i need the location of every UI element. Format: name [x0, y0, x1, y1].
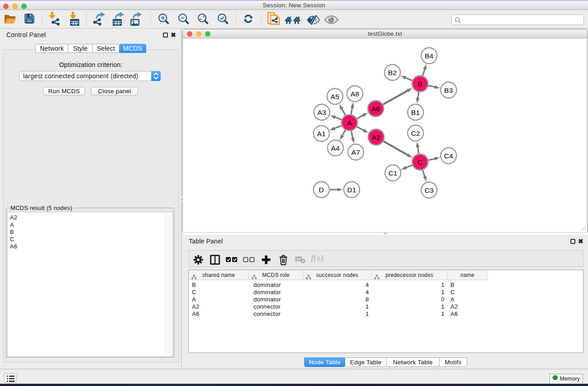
svg-text:B2: B2 — [388, 69, 397, 76]
svg-text:A3: A3 — [317, 109, 326, 116]
svg-text:C2: C2 — [411, 129, 420, 137]
svg-text:D: D — [319, 186, 324, 194]
svg-text:D1: D1 — [347, 186, 356, 194]
svg-text:B3: B3 — [444, 86, 453, 94]
svg-text:B4: B4 — [425, 52, 434, 60]
svg-text:A7: A7 — [351, 148, 360, 156]
svg-text:A8: A8 — [350, 90, 359, 98]
svg-text:C1: C1 — [388, 169, 397, 177]
svg-text:A1: A1 — [317, 130, 325, 138]
svg-text:C4: C4 — [444, 152, 453, 160]
svg-text:C: C — [417, 158, 422, 166]
svg-text:A5: A5 — [330, 93, 339, 100]
svg-text:A4: A4 — [331, 144, 340, 152]
svg-text:B1: B1 — [411, 109, 420, 116]
svg-text:A: A — [347, 119, 352, 127]
svg-text:A6: A6 — [371, 105, 380, 113]
svg-text:B: B — [418, 80, 423, 88]
svg-text:C3: C3 — [425, 186, 434, 194]
svg-text:A2: A2 — [372, 133, 380, 141]
